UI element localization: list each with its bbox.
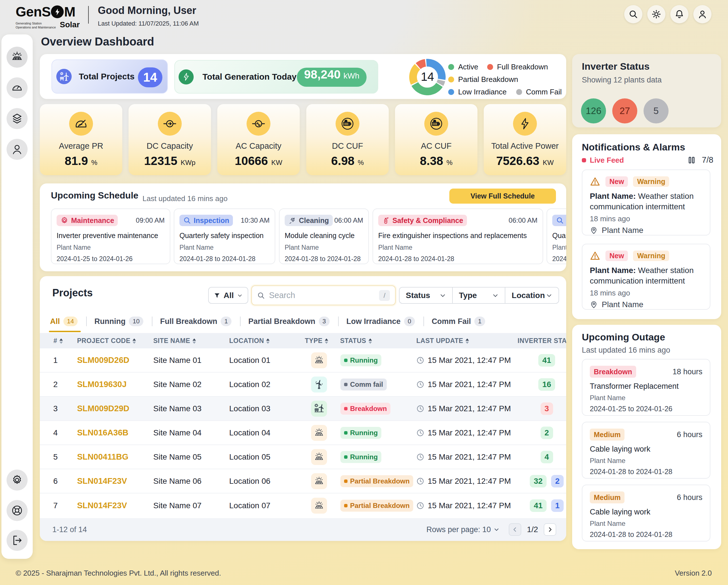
svg-text:%: %	[345, 120, 347, 122]
svg-text:14: 14	[421, 70, 434, 83]
svg-text:%: %	[434, 120, 436, 122]
